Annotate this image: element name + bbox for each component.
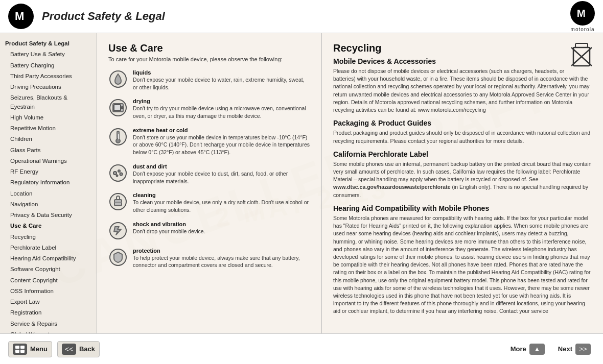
care-item-0: liquidsDon't expose your mobile device t…	[108, 69, 310, 91]
menu-button[interactable]: Menu	[8, 341, 52, 357]
svg-point-9	[116, 139, 120, 143]
svg-point-11	[113, 172, 117, 175]
middle-subtitle: To care for your Motorola mobile device,…	[108, 56, 310, 62]
care-title-0: liquids	[133, 69, 310, 76]
sidebar-item-10[interactable]: Operational Warnings	[3, 156, 94, 166]
sidebar-item-16[interactable]: Use & Care	[3, 221, 94, 231]
care-text-3: dust and dirtDon't expose your mobile de…	[133, 163, 310, 185]
microwave-icon	[108, 98, 128, 117]
sidebar-item-22[interactable]: OSS Information	[3, 286, 94, 297]
sidebar-item-11[interactable]: RF Energy	[3, 166, 94, 177]
care-item-2: extreme heat or coldDon't store or use y…	[108, 127, 310, 156]
svg-text:M: M	[577, 7, 586, 18]
svg-rect-27	[20, 350, 25, 353]
right-section-body-1: Product packaging and product guides sho…	[333, 129, 592, 144]
care-title-1: drying	[133, 98, 310, 104]
svg-rect-26	[15, 350, 19, 353]
header: M Product Safety & Legal M motorola	[0, 0, 603, 33]
recycle-icon-wrapper	[571, 42, 592, 70]
sidebar-item-26[interactable]: Global Warranty	[3, 329, 94, 333]
sidebar-item-3[interactable]: Third Party Accessories	[3, 71, 94, 82]
sidebar-item-21[interactable]: Content Copyright	[3, 275, 94, 286]
sidebar-item-20[interactable]: Software Copyright	[3, 264, 94, 275]
svg-point-6	[121, 107, 123, 109]
right-section-heading-1: Packaging & Product Guides	[333, 119, 592, 127]
sidebar-item-1[interactable]: Battery Use & Safety	[3, 49, 94, 60]
care-title-2: extreme heat or cold	[133, 127, 310, 133]
sidebar-item-6[interactable]: High Volume	[3, 112, 94, 123]
sidebar-item-12[interactable]: Regulatory Information	[3, 177, 94, 188]
back-label: Back	[79, 345, 95, 353]
svg-rect-24	[15, 346, 19, 349]
sidebar-item-18[interactable]: Perchlorate Label	[3, 242, 94, 253]
care-desc-1: Don't try to dry your mobile device usin…	[133, 105, 310, 119]
more-button[interactable]: More ▲	[506, 342, 549, 357]
right-section-heading-2: California Perchlorate Label	[333, 150, 592, 158]
back-button[interactable]: << Back	[57, 341, 100, 357]
sidebar-item-7[interactable]: Repetitive Motion	[3, 123, 94, 134]
shock-icon	[108, 221, 128, 240]
sidebar-item-2[interactable]: Battery Charging	[3, 60, 94, 71]
sidebar-item-9[interactable]: Glass Parts	[3, 145, 94, 156]
menu-icon	[13, 344, 27, 355]
sidebar-item-17[interactable]: Recycling	[3, 232, 94, 242]
care-desc-0: Don't expose your mobile device to water…	[133, 76, 310, 91]
main-layout: Product Safety & LegalBattery Use & Safe…	[0, 33, 603, 333]
care-title-3: dust and dirt	[133, 163, 310, 169]
sidebar-item-24[interactable]: Registration	[3, 307, 94, 318]
svg-rect-5	[114, 105, 121, 111]
page-title: Product Safety & Legal	[42, 10, 570, 23]
sidebar-item-25[interactable]: Service & Repairs	[3, 319, 94, 329]
svg-rect-25	[20, 346, 25, 349]
care-desc-2: Don't store or use your mobile device in…	[133, 134, 310, 156]
motorola-logo-left: M	[8, 4, 34, 29]
next-arrow-icon: >>	[575, 344, 591, 355]
sidebar-item-13[interactable]: Location	[3, 188, 94, 199]
motorola-brand-text: motorola	[571, 27, 595, 32]
menu-label: Menu	[30, 345, 48, 353]
right-section-heading-0: Mobile Devices & Accessories	[333, 57, 592, 65]
care-item-4: cleaningTo clean your mobile device, use…	[108, 192, 310, 213]
right-section-body-3: Some Motorola phones are measured for co…	[333, 214, 592, 316]
sidebar-item-14[interactable]: Navigation	[3, 199, 94, 210]
svg-text:<<: <<	[65, 345, 73, 353]
more-label: More	[511, 345, 526, 353]
care-desc-6: To help protect your mobile device, alwa…	[133, 254, 310, 269]
middle-heading: Use & Care	[108, 42, 310, 54]
svg-point-14	[117, 175, 118, 176]
protection-icon	[108, 248, 128, 267]
right-column: Recycling Mobile Devices & AccessoriesPl…	[322, 33, 603, 333]
next-button[interactable]: Next >>	[554, 342, 595, 357]
sidebar-item-4[interactable]: Driving Precautions	[3, 82, 94, 92]
middle-column: Use & Care To care for your Motorola mob…	[97, 33, 322, 333]
care-title-6: protection	[133, 248, 310, 254]
care-item-6: protectionTo help protect your mobile de…	[108, 248, 310, 269]
motorola-logo-right: M motorola	[570, 1, 595, 32]
svg-text:M: M	[15, 10, 24, 22]
care-desc-4: To clean your mobile device, use only a …	[133, 199, 310, 213]
more-arrow-icon: ▲	[529, 344, 545, 355]
right-sections: Mobile Devices & AccessoriesPlease do no…	[333, 57, 592, 316]
sidebar-item-0[interactable]: Product Safety & Legal	[3, 38, 94, 49]
care-title-5: shock and vibration	[133, 221, 205, 227]
footer: Menu << Back More ▲ Next >>	[0, 333, 603, 364]
care-text-1: dryingDon't try to dry your mobile devic…	[133, 98, 310, 119]
sidebar-item-8[interactable]: Children	[3, 134, 94, 144]
care-items: liquidsDon't expose your mobile device t…	[108, 69, 310, 269]
sidebar-item-5[interactable]: Seizures, Blackouts & Eyestrain	[3, 92, 94, 112]
back-icon: <<	[62, 344, 76, 355]
care-item-5: shock and vibrationDon't drop your mobil…	[108, 221, 310, 240]
care-text-0: liquidsDon't expose your mobile device t…	[133, 69, 310, 91]
sidebar-item-15[interactable]: Privacy & Data Security	[3, 210, 94, 221]
care-text-2: extreme heat or coldDon't store or use y…	[133, 127, 310, 156]
sidebar: Product Safety & LegalBattery Use & Safe…	[0, 33, 97, 333]
care-desc-3: Don't expose your mobile device to dust,…	[133, 170, 310, 185]
cleaning-icon	[108, 192, 128, 211]
svg-point-12	[118, 170, 120, 172]
dust-icon	[108, 163, 128, 183]
care-text-4: cleaningTo clean your mobile device, use…	[133, 192, 310, 213]
care-title-4: cleaning	[133, 192, 310, 198]
sidebar-item-23[interactable]: Export Law	[3, 297, 94, 307]
sidebar-item-19[interactable]: Hearing Aid Compatibility	[3, 253, 94, 264]
right-section-body-2: Some mobile phones use an internal, perm…	[333, 160, 592, 199]
